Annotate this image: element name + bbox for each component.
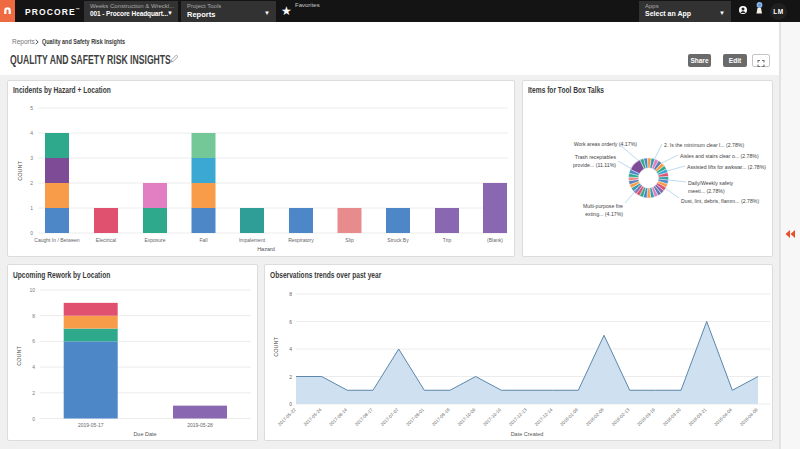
svg-text:Struck By: Struck By [387,237,409,243]
svg-text:Slip: Slip [345,237,354,243]
svg-text:Aisles and stairs clear o... (: Aisles and stairs clear o... (2.78%) [680,153,759,159]
svg-text:2017-10-10: 2017-10-10 [482,407,502,427]
svg-text:Daily/Weekly safety: Daily/Weekly safety [688,180,734,186]
svg-text:Trip: Trip [443,237,452,243]
svg-text:10: 10 [29,287,35,293]
svg-text:2017-07-07: 2017-07-07 [380,407,400,427]
svg-text:8: 8 [289,291,292,297]
svg-text:6: 6 [32,338,35,344]
svg-text:Multi-purpose fire: Multi-purpose fire [583,203,623,209]
svg-text:2019-05-17: 2019-05-17 [78,422,104,428]
svg-text:4: 4 [32,364,35,370]
svg-text:6: 6 [289,319,292,325]
svg-text:2018-01-08: 2018-01-08 [559,407,579,427]
svg-text:1: 1 [30,205,33,211]
svg-text:COUNT: COUNT [273,337,279,357]
svg-text:Exposure: Exposure [144,237,165,243]
svg-text:2: 2 [30,180,33,186]
svg-text:0: 0 [32,416,35,422]
svg-text:2018-03-20: 2018-03-20 [662,407,682,427]
svg-text:Due Date: Due Date [133,431,156,437]
svg-text:2018-03-21: 2018-03-21 [688,407,708,427]
svg-text:2018-04-09: 2018-04-09 [739,407,759,427]
svg-text:2: 2 [289,374,292,380]
svg-text:2018-03-19: 2018-03-19 [636,407,656,427]
svg-text:2017-06-17: 2017-06-17 [354,407,374,427]
svg-text:2017-12-14: 2017-12-14 [534,407,554,427]
svg-text:2017-10-09: 2017-10-09 [457,407,477,427]
svg-text:2. Is the minimum clear l... (: 2. Is the minimum clear l... (2.78%) [664,142,744,148]
svg-text:meeti... (2.78%): meeti... (2.78%) [688,188,725,194]
svg-text:0: 0 [30,230,33,236]
svg-text:5: 5 [30,105,33,111]
svg-text:Trash receptables: Trash receptables [575,154,617,160]
svg-text:2: 2 [32,390,35,396]
svg-text:2017-08-01: 2017-08-01 [405,407,425,427]
svg-text:Assisted lifts for awkwar... (: Assisted lifts for awkwar... (2.78%) [687,164,766,170]
svg-text:2017-05-24: 2017-05-24 [303,407,323,427]
svg-text:Impalement: Impalement [239,237,266,243]
svg-text:Dust, lint, debris, flamm... (: Dust, lint, debris, flamm... (2.78%) [681,198,759,204]
svg-text:4: 4 [30,130,33,136]
svg-text:2019-05-28: 2019-05-28 [187,422,213,428]
svg-text:2017-12-13: 2017-12-13 [508,407,528,427]
svg-text:4: 4 [289,346,292,352]
svg-text:8: 8 [32,313,35,319]
svg-text:Date Created: Date Created [511,431,544,437]
svg-text:2018-02-08: 2018-02-08 [585,407,605,427]
svg-text:Caught In / Between: Caught In / Between [34,237,80,243]
svg-text:Hazard: Hazard [257,246,275,252]
svg-text:Electrical: Electrical [96,237,116,243]
svg-text:Fall: Fall [199,237,207,243]
svg-text:2017-09-18: 2017-09-18 [431,407,451,427]
svg-text:2017-06-14: 2017-06-14 [328,407,348,427]
svg-text:Respiratory: Respiratory [288,237,314,243]
svg-text:2018-04-04: 2018-04-04 [713,407,733,427]
svg-text:Work areas orderly (4.17%): Work areas orderly (4.17%) [574,141,638,147]
svg-text:COUNT: COUNT [17,161,23,181]
svg-text:3: 3 [30,155,33,161]
svg-text:0: 0 [289,401,292,407]
svg-text:provide... (11.11%): provide... (11.11%) [573,162,616,168]
svg-text:COUNT: COUNT [16,346,22,366]
svg-text:2018-02-13: 2018-02-13 [611,407,631,427]
svg-text:exting... (4.17%): exting... (4.17%) [585,211,623,217]
svg-text:(Blank): (Blank) [487,237,503,243]
svg-text:2017-05-22: 2017-05-22 [277,407,297,427]
